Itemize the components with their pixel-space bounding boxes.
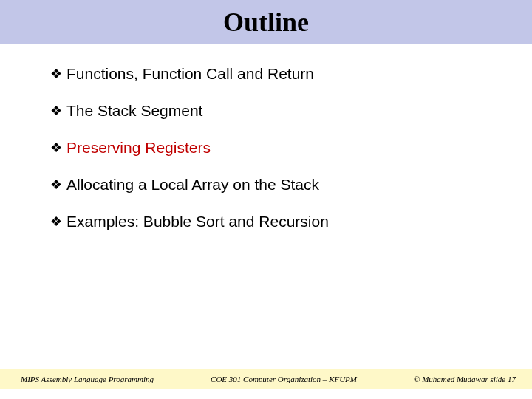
bullet-text: Functions, Function Call and Return (66, 65, 314, 83)
list-item: ❖ Preserving Registers (50, 139, 488, 157)
bullet-text: Allocating a Local Array on the Stack (66, 176, 319, 194)
bullet-text: The Stack Segment (66, 102, 202, 120)
content-area: ❖ Functions, Function Call and Return ❖ … (0, 44, 532, 231)
list-item: ❖ Examples: Bubble Sort and Recursion (50, 213, 488, 231)
list-item: ❖ The Stack Segment (50, 102, 488, 120)
list-item: ❖ Functions, Function Call and Return (50, 65, 488, 83)
diamond-bullet-icon: ❖ (50, 65, 62, 83)
list-item: ❖ Allocating a Local Array on the Stack (50, 176, 488, 194)
title-bar: Outline (0, 0, 532, 44)
slide-title: Outline (223, 7, 309, 38)
footer-left-text: MIPS Assembly Language Programming (21, 375, 154, 383)
footer-right-text: © Muhamed Mudawar slide 17 (414, 375, 516, 383)
footer-bar: MIPS Assembly Language Programming COE 3… (0, 369, 532, 389)
diamond-bullet-icon: ❖ (50, 102, 62, 120)
footer-center-text: COE 301 Computer Organization – KFUPM (154, 375, 414, 383)
diamond-bullet-icon: ❖ (50, 139, 62, 157)
bullet-text: Examples: Bubble Sort and Recursion (66, 213, 329, 231)
diamond-bullet-icon: ❖ (50, 213, 62, 231)
bullet-text-highlighted: Preserving Registers (66, 139, 211, 157)
diamond-bullet-icon: ❖ (50, 176, 62, 194)
